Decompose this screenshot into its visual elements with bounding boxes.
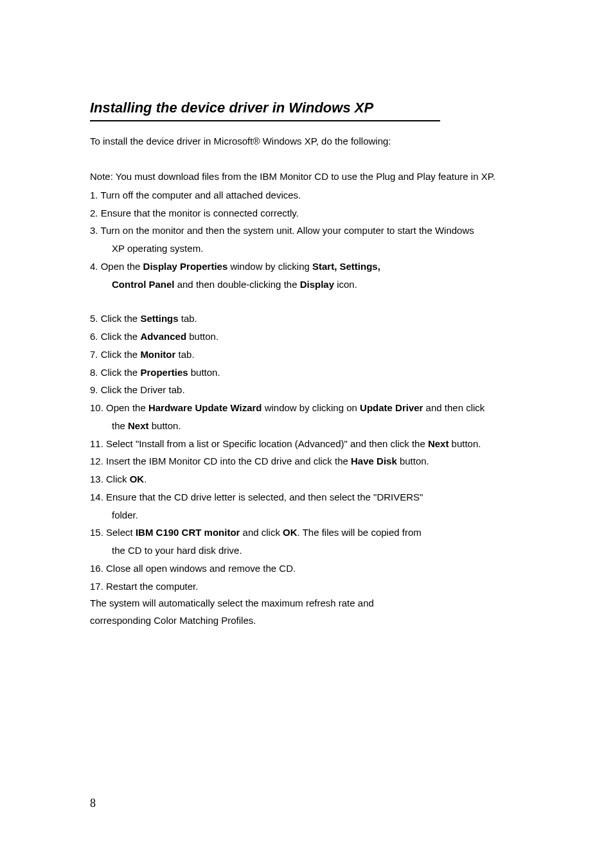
step-17: 17. Restart the computer. [90, 578, 523, 596]
step-10-line1: 10. Open the Hardware Update Wizard wind… [90, 399, 523, 417]
step-8: 8. Click the Properties button. [90, 364, 523, 382]
step-15-cont: the CD to your hard disk drive. [90, 542, 523, 560]
step-4-line1: 4. Open the Display Properties window by… [90, 258, 523, 276]
step-14-line2: folder. [90, 506, 523, 524]
step-4-cont: Control Panel and then double-clicking t… [90, 276, 523, 294]
intro-text: To install the device driver in Microsof… [90, 133, 523, 150]
closing-line2: corresponding Color Matching Profiles. [90, 612, 523, 629]
step-2: 2. Ensure that the monitor is connected … [90, 204, 523, 222]
step-6-pre: 6. Click the [90, 331, 140, 342]
step-6: 6. Click the Advanced button. [90, 328, 523, 346]
page-heading: Installing the device driver in Windows … [90, 100, 523, 116]
step-10b-b: Next [128, 420, 149, 431]
step-15-pre: 15. Select [90, 527, 136, 538]
step-12: 12. Insert the IBM Monitor CD into the C… [90, 452, 523, 470]
page-number: 8 [90, 797, 96, 810]
step-8-pre: 8. Click the [90, 367, 140, 378]
step-11-b: Next [428, 438, 449, 449]
step-7-post: tab. [175, 349, 194, 360]
step-4-b1: Display Properties [143, 261, 228, 272]
step-13: 13. Click OK. [90, 470, 523, 488]
step-10-b2: Update Driver [360, 402, 423, 413]
step-12-pre: 12. Insert the IBM Monitor CD into the C… [90, 456, 351, 466]
step-4b-b2: Display [300, 279, 334, 290]
document-page: Installing the device driver in Windows … [0, 0, 613, 868]
step-3-line1: 3. Turn on the monitor and then the syst… [90, 222, 523, 240]
step-3-line2: XP operating system. [90, 240, 523, 258]
step-5: 5. Click the Settings tab. [90, 310, 523, 328]
step-4b-mid: and then double-clicking the [175, 279, 300, 290]
step-4-line2: Control Panel and then double-clicking t… [90, 276, 523, 294]
step-4b-b1: Control Panel [112, 279, 175, 290]
step-15-b2: OK [283, 527, 298, 538]
step-4b-post: icon. [334, 279, 357, 290]
step-7-pre: 7. Click the [90, 349, 140, 360]
step-10-post: and then click [423, 402, 484, 413]
step-5-post: tab. [179, 313, 197, 324]
step-8-post: button. [188, 367, 220, 378]
step-14-line1: 14. Ensure that the CD drive letter is s… [90, 488, 523, 506]
step-15-mid: and click [240, 527, 283, 538]
step-15-line1: 15. Select IBM C190 CRT monitor and clic… [90, 524, 523, 542]
step-5-pre: 5. Click the [90, 313, 140, 324]
heading-rule [90, 120, 440, 121]
step-13-pre: 13. Click [90, 474, 130, 484]
step-8-b: Properties [140, 367, 188, 378]
step-4-mid: window by clicking [227, 261, 312, 272]
step-10-line2: the Next button. [90, 417, 523, 435]
step-10-pre: 10. Open the [90, 402, 148, 413]
step-4-b2: Start, Settings, [312, 261, 380, 272]
step-15-b1: IBM C190 CRT monitor [136, 527, 240, 538]
step-15-post: . The files will be copied from [298, 527, 422, 538]
step-6-b: Advanced [140, 331, 186, 342]
step-1: 1. Turn off the computer and all attache… [90, 186, 523, 204]
step-11-post: button. [449, 438, 481, 449]
closing-line1: The system will automatically select the… [90, 595, 523, 612]
step-3-cont: XP operating system. [90, 240, 523, 258]
step-5-b: Settings [140, 313, 178, 324]
note-text: Note: You must download files from the I… [90, 168, 523, 186]
step-11-pre: 11. Select "Install from a list or Speci… [90, 438, 428, 449]
step-4-pre: 4. Open the [90, 261, 143, 272]
step-16: 16. Close all open windows and remove th… [90, 560, 523, 578]
step-7: 7. Click the Monitor tab. [90, 346, 523, 364]
step-14-cont: folder. [90, 506, 523, 524]
step-12-b: Have Disk [351, 456, 397, 466]
step-13-post: . [144, 474, 147, 484]
spacer [90, 293, 523, 310]
step-10-mid: window by clicking on [262, 402, 360, 413]
step-11: 11. Select "Install from a list or Speci… [90, 435, 523, 453]
step-12-post: button. [397, 456, 429, 466]
step-13-b: OK [130, 474, 145, 484]
step-10-b1: Hardware Update Wizard [148, 402, 262, 413]
step-6-post: button. [186, 331, 218, 342]
step-10b-pre: the [112, 420, 128, 431]
step-10-cont: the Next button. [90, 417, 523, 435]
step-15-line2: the CD to your hard disk drive. [90, 542, 523, 560]
step-10b-post: button. [149, 420, 181, 431]
step-9: 9. Click the Driver tab. [90, 381, 523, 399]
step-7-b: Monitor [140, 349, 175, 360]
